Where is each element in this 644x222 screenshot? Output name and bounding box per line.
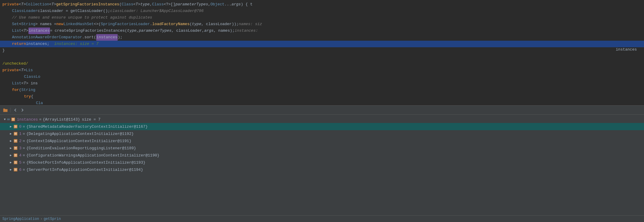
- variables-panel-content: ▼ ∞ instances = {ArrayList@1143} size = …: [0, 115, 644, 215]
- breadcrumb-getsprin[interactable]: getSprin: [44, 217, 61, 221]
- code-line-try: try {: [0, 93, 644, 100]
- code-line-8: }: [0, 47, 644, 54]
- panel-toolbar: [0, 106, 644, 115]
- plain: classLoader = getClassLoader();: [38, 8, 110, 14]
- type-list2: List: [12, 80, 21, 87]
- plain: , classLoader,: [172, 28, 204, 34]
- plain: , classLoader));: [201, 21, 239, 28]
- type-string: String: [21, 21, 35, 28]
- code-line-list-ins: List < T > ins: [0, 80, 644, 87]
- item-5-index: 5: [19, 160, 22, 165]
- expand-arrow-1[interactable]: ▶: [8, 131, 13, 136]
- type-annotationaware: AnnotationAwareOrderComparator: [12, 34, 82, 41]
- tree-icon-1: [13, 131, 18, 136]
- plain: <>(: [94, 21, 101, 28]
- plain: >: [23, 67, 26, 74]
- toolbar-separator: [10, 108, 10, 112]
- tree-icon-2: [13, 139, 18, 143]
- tree-icon-4: [13, 153, 18, 158]
- comment-instances: instances:: [235, 28, 258, 34]
- keyword-for: for: [12, 87, 19, 93]
- param-type3: type: [127, 28, 136, 34]
- plain: <: [133, 1, 136, 8]
- folder-icon[interactable]: [2, 107, 8, 113]
- plain: > names =: [35, 21, 56, 28]
- item-1-index: 1: [19, 132, 22, 136]
- plain: <: [49, 1, 52, 8]
- plain: <: [19, 21, 21, 28]
- plain: = createSpringFactoriesInstances(: [50, 28, 127, 34]
- item-6-index: 6: [19, 168, 22, 172]
- param-type2: type: [192, 21, 201, 28]
- type-cla: Cla: [36, 100, 43, 105]
- code-editor: private < T > Collection < T > getSpring…: [0, 0, 644, 105]
- type-param-T4: T: [24, 28, 26, 34]
- tree-icon-3: [13, 146, 18, 150]
- code-line-4: Set < String > names = new LinkedHashSet…: [0, 21, 644, 28]
- var-instances-highlight: instances: [28, 28, 50, 34]
- expand-arrow-5[interactable]: ▶: [8, 160, 13, 165]
- variables-tree: ▼ ∞ instances = {ArrayList@1143} size = …: [0, 115, 644, 174]
- keyword-private: private: [2, 1, 19, 8]
- plain: ...: [224, 1, 231, 8]
- expand-arrow-3[interactable]: ▶: [8, 146, 13, 150]
- type-param-T3: T: [136, 1, 138, 8]
- param-type: type: [140, 1, 149, 8]
- keyword-return: return: [12, 41, 26, 47]
- plain: >: [26, 28, 28, 34]
- expand-arrow-root[interactable]: ▼: [2, 117, 7, 122]
- plain: <: [19, 1, 21, 8]
- expand-arrow-2[interactable]: ▶: [8, 139, 13, 143]
- item-3-eq: =: [23, 146, 25, 150]
- code-line-6: AnnotationAwareOrderComparator .sort( in…: [0, 34, 644, 41]
- item-3-val: {ConditionEvaluationReportLoggingListene…: [26, 146, 136, 150]
- item-4-eq: =: [23, 153, 25, 158]
- plain-brace: }: [2, 47, 5, 54]
- plain: {: [31, 93, 33, 100]
- tree-item-4[interactable]: ▶ 4 = {ConfigurationWarningsApplicationC…: [0, 152, 644, 159]
- tree-icon-5: [13, 160, 18, 165]
- plain: <?>[]: [164, 1, 175, 8]
- type-collection: Collection: [26, 1, 49, 8]
- tree-item-0[interactable]: ▶ 0 = {SharedMetadataReaderFactoryContex…: [0, 123, 644, 130]
- type-class2: Class: [152, 1, 164, 8]
- plain: , names);: [214, 28, 235, 34]
- plain: .sort(: [82, 34, 96, 41]
- type-param-T2: T: [52, 1, 54, 8]
- code-lines: private < T > Collection < T > getSpring…: [0, 0, 644, 105]
- keyword-private2: private: [2, 67, 19, 74]
- code-line-5: List < T > instances = createSpringFacto…: [0, 28, 644, 34]
- tree-item-1[interactable]: ▶ 1 = {DelegatingApplicationContextIniti…: [0, 130, 644, 137]
- type-string2: String: [21, 87, 35, 93]
- plain: (: [190, 21, 192, 28]
- type-param-T: T: [21, 1, 23, 8]
- tree-item-3[interactable]: ▶ 3 = {ConditionEvaluationReportLoggingL…: [0, 145, 644, 152]
- expand-arrow-4[interactable]: ▶: [8, 153, 13, 158]
- breadcrumb-bar: SpringApplication › getSprin: [0, 215, 644, 222]
- tree-item-2[interactable]: ▶ 2 = {ContextIdApplicationContextInitia…: [0, 137, 644, 145]
- debug-panel: ▼ ∞ instances = {ArrayList@1143} size = …: [0, 105, 644, 222]
- var-instances-highlight2: instances: [96, 34, 118, 41]
- back-button[interactable]: [12, 107, 18, 113]
- breadcrumb-separator: ›: [40, 217, 42, 221]
- expand-arrow-0[interactable]: ▶: [8, 124, 13, 129]
- expand-arrow-6[interactable]: ▶: [8, 167, 13, 172]
- type-class: Class: [122, 1, 133, 8]
- type-set: Set: [12, 21, 19, 28]
- tree-item-6[interactable]: ▶ 6 = {ServerPortInfoApplicationContextI…: [0, 166, 644, 173]
- tree-item-5[interactable]: ▶ 5 = {RSocketPortInfoApplicationContext…: [0, 159, 644, 166]
- breadcrumb-springapplication[interactable]: SpringApplication: [2, 217, 39, 221]
- item-0-index: 0: [19, 124, 22, 129]
- tree-root-instances[interactable]: ▼ ∞ instances = {ArrayList@1143} size = …: [0, 116, 644, 123]
- comment-names: // Use names and ensure unique to protec…: [12, 14, 152, 21]
- tree-icon-root: [11, 117, 16, 122]
- forward-button[interactable]: [19, 107, 25, 113]
- item-2-val: {ContextIdApplicationContextInitializer@…: [26, 139, 131, 143]
- item-6-eq: =: [23, 168, 25, 172]
- param-parameterTypes: parameterTypes: [175, 1, 208, 8]
- method-loadfactorynames: loadFactoryNames: [152, 21, 190, 28]
- type-lis: Lis: [26, 67, 33, 74]
- plain: ,: [150, 1, 152, 8]
- code-line-blank: [0, 54, 644, 60]
- code-line-7-selected: return instances; instances: size = 7: [0, 41, 644, 47]
